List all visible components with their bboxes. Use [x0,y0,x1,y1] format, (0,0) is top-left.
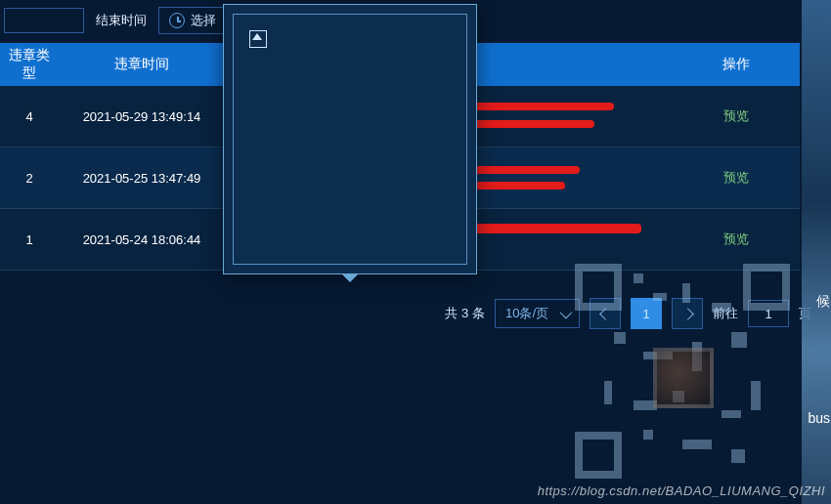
cell-time: 2021-05-24 18:06:44 [59,232,225,247]
broken-image-icon [249,30,267,48]
cell-time: 2021-05-29 13:49:14 [59,109,225,124]
cell-time: 2021-05-25 13:47:49 [59,171,225,186]
total-count: 共 3 条 [445,305,484,322]
page-size-select[interactable]: 10条/页 [495,299,580,328]
cell-type: 1 [0,232,59,247]
side-text-hou: 候 [816,293,830,311]
preview-link[interactable]: 预览 [673,231,800,248]
filter-box-1[interactable] [4,8,84,33]
col-time: 违章时间 [59,56,225,73]
image-preview-popover [223,4,477,274]
side-text-bus: bus [808,410,830,426]
clock-icon [169,13,185,28]
right-decor-strip [802,0,831,504]
cell-type: 2 [0,171,59,186]
col-type: 违章类型 [0,47,59,82]
chevron-down-icon [560,306,573,318]
end-time-picker[interactable]: 选择 [158,7,227,34]
time-placeholder: 选择 [191,12,216,29]
page-size-value: 10条/页 [505,305,548,322]
preview-link[interactable]: 预览 [673,169,800,187]
col-action: 操作 [673,56,800,73]
watermark-text: https://blog.csdn.net/BADAO_LIUMANG_QIZH… [538,483,825,498]
preview-link[interactable]: 预览 [673,107,800,125]
end-time-label: 结束时间 [94,12,149,29]
cell-type: 4 [0,109,59,124]
popover-inner [233,14,467,265]
qr-avatar [653,348,714,408]
